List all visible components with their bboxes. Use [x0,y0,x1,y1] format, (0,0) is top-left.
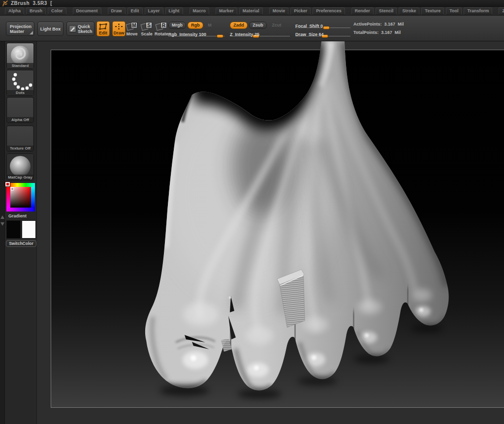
menu-item-tool[interactable]: Tool [446,7,462,15]
rotate-badge-icon: R [160,22,167,29]
switch-color-button[interactable]: SwitchColor [6,240,36,247]
current-brush-thumbnail[interactable]: Standard [6,43,34,69]
current-stroke-thumbnail[interactable]: Dots [6,70,34,96]
menu-item-render[interactable]: Render [351,7,374,15]
projection-master-button[interactable]: Projection Master [6,22,34,36]
menu-item-color[interactable]: Color [48,7,66,15]
menu-item-picker[interactable]: Picker [290,7,311,15]
quick-sketch-label-1: Quick [78,24,90,29]
menu-item-preferences[interactable]: Preferences [313,7,345,15]
brush-name-label: Standard [7,63,33,68]
menu-bar: AlphaBrushColorDocumentDrawEditLayerLigh… [0,7,504,16]
main-color-swatch[interactable] [6,220,21,239]
zsub-button[interactable]: Zsub [249,22,267,29]
focal-shift-slider[interactable]: Focal Shift 0 [295,21,350,29]
document-canvas[interactable] [37,41,504,424]
tray-collapse-down-icon[interactable] [0,222,4,226]
scale-mode-button[interactable]: S Scale [139,22,154,36]
menu-item-texture[interactable]: Texture [421,7,444,15]
draw-crosshair-icon [115,23,123,30]
color-selector-icon[interactable] [11,187,14,190]
left-tool-tray: Standard Dots Alpha Off Texture Off [0,41,37,424]
rotate-mode-button[interactable]: R Rotate [154,22,169,36]
active-points-readout: ActivePoints: 3.167 Mil [353,22,404,27]
menu-item-alpha[interactable]: Alpha [5,7,24,15]
stroke-name-label: Dots [7,90,33,95]
corner-fold-icon [30,31,33,34]
hue-selector-icon[interactable] [5,182,10,186]
material-name-label: MatCap Gray [7,175,33,180]
zadd-button[interactable]: Zadd [230,22,248,29]
current-texture-thumbnail[interactable]: Texture Off [6,125,34,151]
menu-item-light[interactable]: Light [165,7,183,15]
rgb-intensity-label: Rgb Intensity [168,32,199,37]
menu-item-transform[interactable]: Transform [464,7,492,15]
menu-item-brush[interactable]: Brush [26,7,46,15]
light-box-button[interactable]: Light Box [37,22,63,36]
edit-mode-button[interactable]: Edit [96,21,110,36]
menu-item-edit[interactable]: Edit [127,7,143,15]
move-mode-button[interactable]: M Move [125,22,139,36]
menu-item-draw[interactable]: Draw [108,7,126,15]
m-label: M [208,23,212,28]
projection-master-label-1: Projection [10,24,32,29]
zbrush-logo-icon [2,0,8,6]
top-toolbar: Projection Master Light Box Quick Sketch [0,16,504,41]
edit-mode-label: Edit [99,30,107,35]
switch-color-label: SwitchColor [9,241,33,246]
menu-item-macro[interactable]: Macro [189,7,210,15]
draw-size-slider[interactable]: Draw Size 64 [295,29,350,37]
document-view[interactable] [37,41,504,424]
menu-item-marker[interactable]: Marker [216,7,237,15]
light-box-label: Light Box [40,27,61,31]
zcut-button[interactable]: Zcut [268,22,285,29]
current-material-thumbnail[interactable]: MatCap Gray [6,153,34,181]
hue-edge-top[interactable] [6,183,35,187]
menu-item-stroke[interactable]: Stroke [399,7,419,15]
secondary-color-swatch[interactable] [22,220,36,239]
m-button[interactable]: M [205,22,215,29]
zbrush-window: ZBrush 3.5R3 [ AlphaBrushColorDocumentDr… [0,0,504,424]
saturation-value-square[interactable] [10,187,31,208]
menu-item-stencil[interactable]: Stencil [376,7,397,15]
z-intensity-slider[interactable]: Z Intensity 25 [230,29,290,37]
tray-divider[interactable] [0,41,5,424]
color-picker[interactable] [6,183,35,212]
projection-master-label-2: Master [10,29,24,34]
draw-size-label: Draw Size [295,32,319,37]
current-alpha-thumbnail[interactable]: Alpha Off [6,97,34,123]
hue-edge-right[interactable] [31,187,35,208]
mrgb-button[interactable]: Mrgb [168,22,186,29]
rotate-label: Rotate [155,31,168,36]
scale-label: Scale [141,31,153,36]
tray-collapse-up-icon[interactable] [0,215,4,219]
quick-sketch-button[interactable]: Quick Sketch [66,22,94,36]
title-bar: ZBrush 3.5R3 [ [0,0,504,7]
rgb-button[interactable]: Rgb [188,22,203,29]
scale-badge-icon: S [146,22,152,29]
z-intensity-value: 25 [254,32,259,37]
move-label: Move [126,31,137,36]
menu-item-layer[interactable]: Layer [145,7,163,15]
hue-edge-bottom[interactable] [6,208,35,212]
menu-item-document[interactable]: Document [73,7,101,15]
rgb-intensity-value: 100 [199,32,206,37]
zadd-label: Zadd [233,23,244,28]
window-title: ZBrush 3.5R3 [ [11,0,52,6]
rgb-intensity-handle[interactable] [217,34,223,38]
gradient-label: Gradient [8,213,27,218]
menu-item-zoom[interactable]: Zoom [499,7,504,15]
menu-item-movie[interactable]: Movie [269,7,289,15]
draw-mode-button[interactable]: Draw [112,21,126,36]
hue-edge-left[interactable] [6,187,10,208]
draw-mode-label: Draw [113,30,124,35]
quick-sketch-label-2: Sketch [78,29,93,34]
focal-shift-value: 0 [320,24,323,29]
menu-item-material[interactable]: Material [239,7,263,15]
alpha-name-label: Alpha Off [7,117,33,122]
z-intensity-label: Z Intensity [230,32,254,37]
focal-shift-label: Focal Shift [295,24,320,29]
zsub-label: Zsub [252,23,263,28]
rgb-intensity-slider[interactable]: Rgb Intensity 100 [168,29,224,37]
menu-bar-items: AlphaBrushColorDocumentDrawEditLayerLigh… [5,7,504,15]
